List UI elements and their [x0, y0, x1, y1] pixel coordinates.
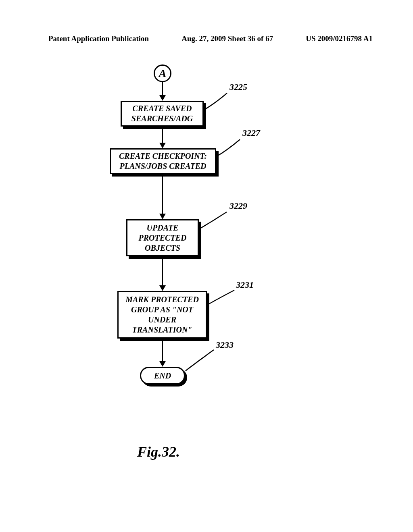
terminator-text: END [154, 371, 171, 380]
arrowhead-icon [159, 361, 166, 367]
ref-label-3233: 3233 [216, 340, 234, 350]
connector-a-label: A [159, 67, 167, 80]
terminator-end: END [140, 367, 185, 384]
arrowhead-icon [159, 285, 166, 291]
process-text: MARK PROTECTED GROUP AS "NOT UNDER TRANS… [123, 295, 202, 335]
ref-curve [198, 209, 234, 233]
arrowhead-icon [159, 143, 166, 148]
process-text: CREATE SAVED SEARCHES/ADG [126, 104, 198, 124]
ref-curve [202, 90, 234, 114]
process-update-protected-objects: UPDATE PROTECTED OBJECTS [126, 219, 199, 256]
figure-caption: Fig.32. [137, 443, 180, 460]
arrow-line [162, 177, 163, 215]
header-pub-number: US 2009/0216798 A1 [306, 34, 373, 43]
arrowhead-icon [159, 214, 166, 219]
arrow-line [162, 129, 163, 144]
arrowhead-icon [159, 95, 166, 101]
ref-label-3225: 3225 [229, 82, 247, 92]
process-mark-protected-group: MARK PROTECTED GROUP AS "NOT UNDER TRANS… [117, 291, 207, 339]
process-create-saved-searches: CREATE SAVED SEARCHES/ADG [121, 101, 204, 127]
arrow-line [162, 341, 163, 363]
ref-label-3229: 3229 [229, 201, 247, 211]
process-text: CREATE CHECKPOINT: PLANS/JOBS CREATED [115, 151, 211, 171]
header-date-sheet: Aug. 27, 2009 Sheet 36 of 67 [181, 34, 273, 43]
ref-label-3227: 3227 [242, 128, 260, 138]
ref-label-3231: 3231 [236, 280, 254, 290]
process-create-checkpoint: CREATE CHECKPOINT: PLANS/JOBS CREATED [110, 148, 216, 174]
ref-curve [215, 136, 247, 160]
connector-a: A [154, 64, 171, 82]
process-text: UPDATE PROTECTED OBJECTS [131, 223, 194, 253]
ref-curve [184, 347, 220, 374]
arrow-line [162, 259, 163, 287]
ref-curve [205, 287, 242, 309]
header-pub-type: Patent Application Publication [48, 34, 149, 43]
page-header: Patent Application Publication Aug. 27, … [0, 34, 413, 43]
arrow-line [162, 82, 163, 97]
